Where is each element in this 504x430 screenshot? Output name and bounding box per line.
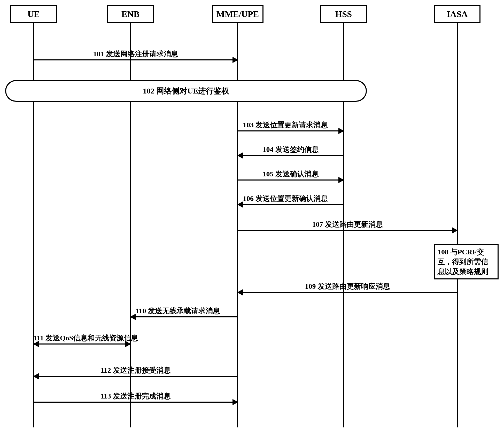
arrow-left-icon [238, 292, 457, 293]
participant-iasa: IASA [434, 5, 480, 23]
note-108: 108 与PCRF交互，得到所需信息以及策略规则 [434, 244, 499, 279]
arrow-right-icon [34, 59, 238, 60]
arrow-right-icon [238, 179, 344, 181]
combined-fragment-102: 102 网络侧对UE进行鉴权 [5, 80, 367, 102]
message-103: 103 发送位置更新请求消息 [238, 120, 344, 131]
message-label: 111 发送QoS信息和无线资源信息 [34, 333, 130, 343]
participant-enb: ENB [107, 5, 154, 23]
note-text: 108 与PCRF交互，得到所需信息以及策略规则 [438, 248, 488, 276]
message-label: 113 发送注册完成消息 [34, 391, 238, 401]
participant-label: IASA [447, 9, 468, 19]
participant-mme: MME/UPE [212, 5, 263, 23]
message-106: 106 发送位置更新确认消息 [238, 194, 344, 205]
arrow-right-icon [238, 130, 344, 131]
message-label: 101 发送网络注册请求消息 [34, 49, 238, 59]
participant-label: MME/UPE [216, 9, 259, 19]
message-105: 105 发送确认消息 [238, 169, 344, 181]
message-104: 104 发送签约信息 [238, 145, 344, 156]
message-label: 110 发送无线承载请求消息 [130, 306, 238, 316]
participant-label: HSS [335, 9, 352, 19]
arrow-right-icon [34, 402, 238, 403]
message-label: 105 发送确认消息 [238, 169, 344, 179]
message-label: 104 发送签约信息 [238, 145, 344, 154]
arrow-left-icon [238, 204, 344, 205]
arrow-left-icon [238, 155, 344, 156]
participant-label: UE [27, 9, 40, 19]
arrow-bidirectional-icon [34, 343, 130, 345]
message-label: 109 发送路由更新响应消息 [238, 282, 457, 291]
message-110: 110 发送无线承载请求消息 [130, 306, 238, 317]
arrow-left-icon [34, 376, 238, 377]
participant-ue: UE [10, 5, 57, 23]
message-label: 112 发送注册接受消息 [34, 365, 238, 375]
message-label: 103 发送位置更新请求消息 [238, 120, 344, 130]
participant-hss: HSS [320, 5, 367, 23]
arrow-right-icon [238, 230, 457, 231]
message-109: 109 发送路由更新响应消息 [238, 282, 457, 293]
fragment-label: 102 网络侧对UE进行鉴权 [143, 86, 229, 96]
message-107: 107 发送路由更新消息 [238, 220, 457, 231]
message-112: 112 发送注册接受消息 [34, 365, 238, 377]
arrow-left-icon [130, 316, 238, 317]
message-111: 111 发送QoS信息和无线资源信息 [34, 333, 130, 345]
message-label: 107 发送路由更新消息 [238, 220, 457, 229]
message-label: 106 发送位置更新确认消息 [238, 194, 344, 204]
message-101: 101 发送网络注册请求消息 [34, 49, 238, 60]
participant-label: ENB [121, 9, 139, 19]
message-113: 113 发送注册完成消息 [34, 391, 238, 403]
